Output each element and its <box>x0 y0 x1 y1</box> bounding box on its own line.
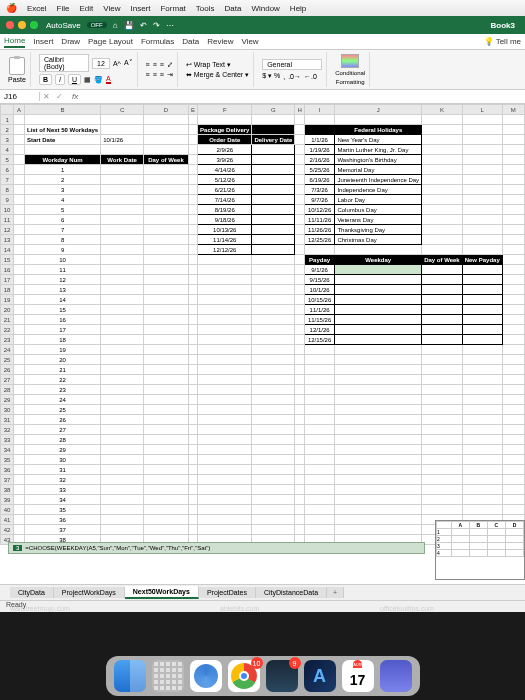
conditional-formatting[interactable]: Conditional Formatting <box>331 52 370 87</box>
sheet-citydata[interactable]: CityData <box>10 587 54 598</box>
increase-font-icon[interactable]: A^ <box>113 60 121 67</box>
sheet-projectworkdays[interactable]: ProjectWorkDays <box>54 587 125 598</box>
finder-icon[interactable] <box>114 660 146 692</box>
menu-insert[interactable]: Insert <box>130 4 150 13</box>
tab-formulas[interactable]: Formulas <box>141 37 174 46</box>
affinity-icon[interactable] <box>304 660 336 692</box>
currency-button[interactable]: $ ▾ % <box>262 72 280 80</box>
sheet-next50workdays[interactable]: Next50WorkDays <box>125 586 199 599</box>
watermark: wallstreetmojo.com <box>10 605 70 612</box>
document-title: Book3 <box>491 21 515 30</box>
add-sheet-button[interactable]: + <box>327 587 344 598</box>
formula-bar: J16 ✕ ✓ fx <box>0 90 525 104</box>
mac-menubar: 🍎 Excel File Edit View Insert Format Too… <box>0 0 525 16</box>
chrome-icon[interactable]: 10 <box>228 660 260 692</box>
apple-icon[interactable]: 🍎 <box>6 3 17 13</box>
align-left-icon[interactable]: ≡ <box>146 71 150 78</box>
font-select[interactable]: Calibri (Body) <box>39 54 89 72</box>
enter-formula-icon[interactable]: ✓ <box>53 92 66 101</box>
border-icon[interactable]: ▦ <box>84 76 91 84</box>
more-icon[interactable]: ⋯ <box>166 21 174 30</box>
align-right-icon[interactable]: ≡ <box>160 71 164 78</box>
zoom-icon[interactable] <box>30 21 38 29</box>
background-formula-row: 3=CHOOSE(WEEKDAY(A5,"Sun","Mon","Tue","W… <box>8 542 425 554</box>
fontcolor-icon[interactable]: A <box>106 75 111 84</box>
launchpad-icon[interactable] <box>152 660 184 692</box>
clipboard-icon <box>9 57 25 75</box>
save-icon[interactable]: 💾 <box>124 21 134 30</box>
bold-button[interactable]: B <box>39 74 52 85</box>
ribbon: Paste Calibri (Body) 12 A^ A˅ B I U ▦ 🪣 … <box>0 50 525 90</box>
menu-window[interactable]: Window <box>251 4 279 13</box>
tab-review[interactable]: Review <box>207 37 233 46</box>
menu-edit[interactable]: Edit <box>79 4 93 13</box>
tell-me[interactable]: 💡 Tell me <box>484 37 521 46</box>
merge-center[interactable]: ⬌ Merge & Center ▾ <box>186 71 249 79</box>
paste-button[interactable]: Paste <box>8 57 26 83</box>
condfmt-icon <box>341 54 359 68</box>
autosave-label: AutoSave <box>46 21 81 30</box>
wrap-text[interactable]: ↩ Wrap Text ▾ <box>186 61 231 69</box>
tab-view[interactable]: View <box>241 37 258 46</box>
watermark: ablebits.com <box>220 605 259 612</box>
number-format[interactable]: General <box>262 59 322 70</box>
spreadsheet-grid[interactable]: ABCDEFGHIJKLM12List of Next 50 WorkdaysP… <box>0 104 525 584</box>
background-sheet: ABCD 1 2 3 4 <box>435 520 525 580</box>
align-bot-icon[interactable]: ≡ <box>160 61 164 68</box>
italic-button[interactable]: I <box>55 74 65 85</box>
menu-help[interactable]: Help <box>290 4 306 13</box>
indent-icon[interactable]: ⇥ <box>167 71 173 79</box>
calendar-icon[interactable]: AUG 17 <box>342 660 374 692</box>
dec-decimal-icon[interactable]: ←.0 <box>304 73 317 80</box>
safari-icon[interactable] <box>190 660 222 692</box>
cancel-formula-icon[interactable]: ✕ <box>40 92 53 101</box>
sheet-tabs: CityData ProjectWorkDays Next50WorkDays … <box>0 584 525 600</box>
menu-file[interactable]: File <box>57 4 70 13</box>
underline-button[interactable]: U <box>68 74 81 85</box>
tab-home[interactable]: Home <box>4 36 25 48</box>
app-name[interactable]: Excel <box>27 4 47 13</box>
tab-insert[interactable]: Insert <box>33 37 53 46</box>
inc-decimal-icon[interactable]: .0→ <box>288 73 301 80</box>
fontsize-select[interactable]: 12 <box>92 58 110 69</box>
sheet-projectdates[interactable]: ProjectDates <box>199 587 256 598</box>
dock: 10 9 AUG 17 <box>106 656 420 696</box>
tab-data[interactable]: Data <box>182 37 199 46</box>
status-bar: Ready <box>0 600 525 612</box>
ribbon-tabs: Home Insert Draw Page Layout Formulas Da… <box>0 34 525 50</box>
undo-icon[interactable]: ↶ <box>140 21 147 30</box>
minimize-icon[interactable] <box>18 21 26 29</box>
menu-view[interactable]: View <box>103 4 120 13</box>
decrease-font-icon[interactable]: A˅ <box>124 59 133 67</box>
tab-pagelayout[interactable]: Page Layout <box>88 37 133 46</box>
watermark: officetooltips.com <box>380 605 434 612</box>
fx-icon[interactable]: fx <box>66 92 84 101</box>
window-titlebar: AutoSave OFF ⌂ 💾 ↶ ↷ ⋯ Book3 <box>0 16 525 34</box>
close-icon[interactable] <box>6 21 14 29</box>
menu-data[interactable]: Data <box>225 4 242 13</box>
align-center-icon[interactable]: ≡ <box>153 71 157 78</box>
name-box[interactable]: J16 <box>0 92 40 101</box>
redo-icon[interactable]: ↷ <box>153 21 160 30</box>
align-mid-icon[interactable]: ≡ <box>153 61 157 68</box>
menu-format[interactable]: Format <box>160 4 185 13</box>
teams-icon[interactable] <box>380 660 412 692</box>
fill-icon[interactable]: 🪣 <box>94 76 103 84</box>
menu-tools[interactable]: Tools <box>196 4 215 13</box>
tab-draw[interactable]: Draw <box>61 37 80 46</box>
autosave-toggle[interactable]: OFF <box>87 22 107 28</box>
home-icon[interactable]: ⌂ <box>113 21 118 30</box>
steam-icon[interactable]: 9 <box>266 660 298 692</box>
comma-button[interactable]: , <box>283 73 285 80</box>
window-controls <box>6 21 38 29</box>
sheet-citydistancedata[interactable]: CityDistanceData <box>256 587 327 598</box>
orientation-icon[interactable]: ⤢ <box>167 61 173 69</box>
align-top-icon[interactable]: ≡ <box>146 61 150 68</box>
